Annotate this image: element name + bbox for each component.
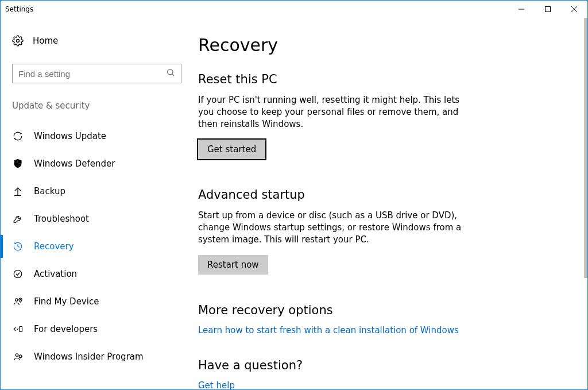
sidebar-item-windows-insider[interactable]: Windows Insider Program <box>12 343 173 370</box>
sidebar-category: Update & security <box>12 101 173 111</box>
learn-fresh-install-link[interactable]: Learn how to start fresh with a clean in… <box>198 325 459 335</box>
home-button[interactable]: Home <box>12 29 173 52</box>
page-title: Recovery <box>198 35 574 55</box>
titlebar: Settings <box>1 1 587 18</box>
shield-icon <box>12 158 24 169</box>
section-question: Have a question? Get help <box>198 358 474 389</box>
section-advanced-startup: Advanced startup Start up from a device … <box>198 188 474 275</box>
svg-point-10 <box>16 299 18 302</box>
svg-rect-12 <box>20 327 22 332</box>
get-help-link[interactable]: Get help <box>198 380 235 389</box>
svg-point-15 <box>19 355 22 358</box>
home-label: Home <box>33 36 58 46</box>
sidebar-item-windows-defender[interactable]: Windows Defender <box>12 150 173 177</box>
vertical-scrollbar[interactable] <box>584 18 587 389</box>
section-body: Start up from a device or disc (such as … <box>198 210 474 246</box>
sidebar-item-label: Windows Defender <box>34 159 115 169</box>
search-box[interactable] <box>12 64 181 83</box>
developer-icon <box>12 323 24 335</box>
sidebar-item-find-my-device[interactable]: Find My Device <box>12 288 173 315</box>
sidebar-item-label: Windows Update <box>34 131 106 141</box>
sidebar-item-activation[interactable]: Activation <box>12 260 173 288</box>
section-reset-pc: Reset this PC If your PC isn't running w… <box>198 72 474 159</box>
check-circle-icon <box>12 268 24 280</box>
restart-now-button[interactable]: Restart now <box>198 255 268 275</box>
gear-icon <box>12 35 24 47</box>
sidebar-item-label: Find My Device <box>34 296 99 307</box>
scrollbar-thumb[interactable] <box>584 18 587 278</box>
location-person-icon <box>12 296 24 307</box>
backup-arrow-icon <box>12 186 24 197</box>
svg-point-9 <box>14 270 22 278</box>
maximize-button[interactable] <box>535 1 561 18</box>
sidebar-nav: Windows Update Windows Defender <box>12 122 173 370</box>
close-button[interactable] <box>561 1 587 18</box>
svg-point-5 <box>168 69 173 75</box>
section-heading: Have a question? <box>198 358 474 372</box>
sync-icon <box>12 130 24 142</box>
history-icon <box>12 241 24 252</box>
sidebar: Home Update & security <box>1 18 184 389</box>
section-heading: Reset this PC <box>198 72 474 86</box>
minimize-button[interactable] <box>508 1 535 18</box>
insider-icon <box>12 351 24 362</box>
sidebar-item-label: Recovery <box>34 241 74 252</box>
sidebar-item-label: Windows Insider Program <box>34 352 144 362</box>
content-area: Recovery Reset this PC If your PC isn't … <box>184 18 587 389</box>
wrench-icon <box>12 213 24 225</box>
section-heading: Advanced startup <box>198 188 474 202</box>
svg-line-6 <box>172 74 174 76</box>
sidebar-item-troubleshoot[interactable]: Troubleshoot <box>12 205 173 233</box>
svg-point-14 <box>16 354 18 357</box>
client-area: Home Update & security <box>1 18 587 389</box>
search-icon <box>166 68 175 79</box>
section-heading: More recovery options <box>198 303 474 317</box>
svg-rect-1 <box>546 7 551 12</box>
svg-point-4 <box>17 40 20 43</box>
sidebar-item-label: Backup <box>34 186 65 196</box>
sidebar-item-recovery[interactable]: Recovery <box>12 233 173 260</box>
search-input[interactable] <box>18 69 166 79</box>
sidebar-item-label: For developers <box>34 324 98 334</box>
sidebar-item-backup[interactable]: Backup <box>12 177 173 205</box>
get-started-button[interactable]: Get started <box>198 140 265 159</box>
selection-indicator <box>1 235 3 258</box>
section-body: If your PC isn't running well, resetting… <box>198 94 474 130</box>
window-title: Settings <box>5 5 33 13</box>
svg-point-11 <box>20 299 21 300</box>
section-more-recovery: More recovery options Learn how to start… <box>198 303 474 335</box>
sidebar-item-label: Troubleshoot <box>34 214 89 224</box>
sidebar-item-label: Activation <box>34 269 77 279</box>
window-controls <box>508 1 587 18</box>
sidebar-item-windows-update[interactable]: Windows Update <box>12 122 173 150</box>
settings-window: Settings Home <box>0 0 588 390</box>
sidebar-item-for-developers[interactable]: For developers <box>12 315 173 343</box>
